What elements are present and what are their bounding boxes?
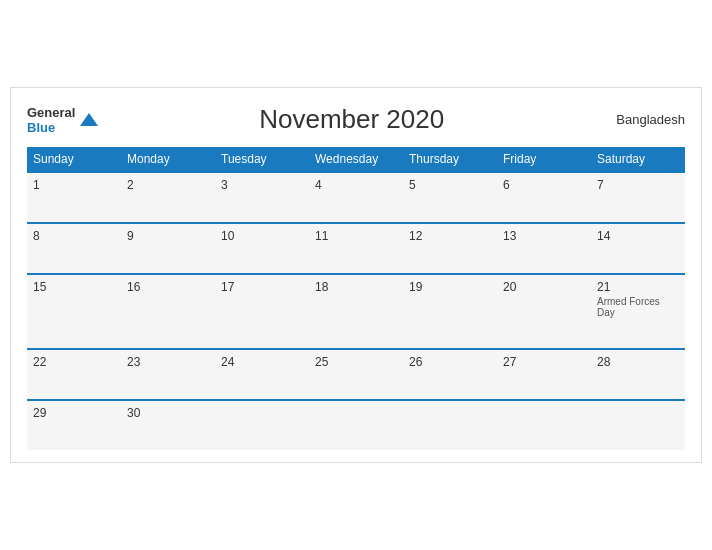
logo-triangle-icon <box>80 113 98 126</box>
day-number: 13 <box>503 229 516 243</box>
day-cell: 2 <box>121 172 215 223</box>
day-number: 27 <box>503 355 516 369</box>
week-row-3: 22232425262728 <box>27 349 685 400</box>
logo-general-text: General <box>27 105 75 120</box>
day-number: 26 <box>409 355 422 369</box>
day-number: 1 <box>33 178 40 192</box>
day-number: 18 <box>315 280 328 294</box>
day-number: 20 <box>503 280 516 294</box>
day-cell: 15 <box>27 274 121 349</box>
day-cell: 18 <box>309 274 403 349</box>
day-number: 11 <box>315 229 328 243</box>
day-cell <box>591 400 685 450</box>
day-number: 3 <box>221 178 228 192</box>
day-number: 23 <box>127 355 140 369</box>
day-cell: 12 <box>403 223 497 274</box>
day-number: 22 <box>33 355 46 369</box>
day-cell <box>215 400 309 450</box>
weekday-header-row: Sunday Monday Tuesday Wednesday Thursday… <box>27 147 685 172</box>
day-number: 8 <box>33 229 40 243</box>
day-number: 6 <box>503 178 510 192</box>
day-number: 7 <box>597 178 604 192</box>
header-tuesday: Tuesday <box>215 147 309 172</box>
header-thursday: Thursday <box>403 147 497 172</box>
day-cell <box>497 400 591 450</box>
day-cell: 29 <box>27 400 121 450</box>
day-number: 29 <box>33 406 46 420</box>
day-cell: 4 <box>309 172 403 223</box>
week-row-2: 15161718192021Armed Forces Day <box>27 274 685 349</box>
day-cell: 10 <box>215 223 309 274</box>
day-number: 16 <box>127 280 140 294</box>
day-number: 28 <box>597 355 610 369</box>
day-cell: 23 <box>121 349 215 400</box>
country-label: Bangladesh <box>605 112 685 127</box>
day-cell: 25 <box>309 349 403 400</box>
day-number: 25 <box>315 355 328 369</box>
header-saturday: Saturday <box>591 147 685 172</box>
day-cell: 21Armed Forces Day <box>591 274 685 349</box>
calendar-header: General Blue November 2020 Bangladesh <box>27 104 685 135</box>
logo: General Blue <box>27 105 98 135</box>
day-cell: 6 <box>497 172 591 223</box>
day-cell: 14 <box>591 223 685 274</box>
day-number: 19 <box>409 280 422 294</box>
day-number: 9 <box>127 229 134 243</box>
day-cell: 1 <box>27 172 121 223</box>
day-number: 10 <box>221 229 234 243</box>
day-cell: 5 <box>403 172 497 223</box>
week-row-1: 891011121314 <box>27 223 685 274</box>
day-cell <box>403 400 497 450</box>
day-number: 12 <box>409 229 422 243</box>
day-cell: 26 <box>403 349 497 400</box>
calendar-title: November 2020 <box>98 104 605 135</box>
day-number: 21 <box>597 280 610 294</box>
day-number: 14 <box>597 229 610 243</box>
day-cell: 13 <box>497 223 591 274</box>
logo-text: General Blue <box>27 105 75 135</box>
day-cell: 28 <box>591 349 685 400</box>
day-cell <box>309 400 403 450</box>
day-cell: 22 <box>27 349 121 400</box>
header-sunday: Sunday <box>27 147 121 172</box>
day-number: 15 <box>33 280 46 294</box>
day-cell: 20 <box>497 274 591 349</box>
logo-blue-text: Blue <box>27 120 75 135</box>
day-cell: 24 <box>215 349 309 400</box>
header-wednesday: Wednesday <box>309 147 403 172</box>
day-cell: 27 <box>497 349 591 400</box>
day-cell: 3 <box>215 172 309 223</box>
day-number: 2 <box>127 178 134 192</box>
day-cell: 30 <box>121 400 215 450</box>
day-number: 24 <box>221 355 234 369</box>
day-cell: 19 <box>403 274 497 349</box>
day-cell: 7 <box>591 172 685 223</box>
day-cell: 17 <box>215 274 309 349</box>
day-cell: 11 <box>309 223 403 274</box>
day-number: 17 <box>221 280 234 294</box>
day-number: 30 <box>127 406 140 420</box>
day-cell: 16 <box>121 274 215 349</box>
header-friday: Friday <box>497 147 591 172</box>
calendar: General Blue November 2020 Bangladesh Su… <box>10 87 702 463</box>
day-number: 5 <box>409 178 416 192</box>
header-monday: Monday <box>121 147 215 172</box>
holiday-label: Armed Forces Day <box>597 296 679 318</box>
week-row-0: 1234567 <box>27 172 685 223</box>
day-number: 4 <box>315 178 322 192</box>
day-cell: 8 <box>27 223 121 274</box>
calendar-table: Sunday Monday Tuesday Wednesday Thursday… <box>27 147 685 450</box>
week-row-4: 2930 <box>27 400 685 450</box>
day-cell: 9 <box>121 223 215 274</box>
